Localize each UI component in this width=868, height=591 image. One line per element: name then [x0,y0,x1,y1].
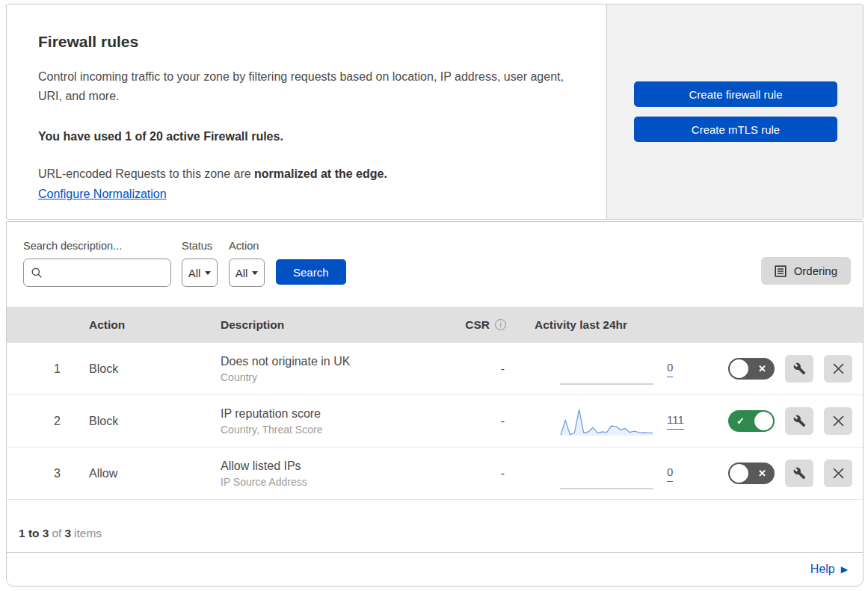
help-bar: Help ▶ [7,552,863,586]
delete-rule-button[interactable] [824,460,852,487]
rule-activity-cell: 111 [512,404,692,439]
activity-sparkline [560,352,653,386]
rules-card: Search description... Status All Action [6,221,864,587]
filter-bar: Search description... Status All Action [7,222,863,307]
toggle-knob [730,359,748,378]
pagination-items: items [74,527,102,540]
rule-description: Does not originate in UK [221,355,457,368]
page-title: Firewall rules [38,33,576,51]
rule-enabled-toggle[interactable]: ✕ [728,358,775,380]
configure-normalization-link[interactable]: Configure Normalization [38,188,167,201]
action-label: Action [229,240,265,252]
rule-description: Allow listed IPs [221,460,457,473]
rule-description-cell: IP reputation score Country, Threat Scor… [210,407,457,436]
action-dropdown[interactable]: All [229,259,265,287]
firewall-rules-page: Firewall rules Control incoming traffic … [0,0,868,591]
info-icon[interactable]: i [495,319,506,330]
rule-fields: Country, Threat Score [221,424,457,436]
chevron-down-icon [205,271,211,275]
rule-controls: ✕ [692,460,863,487]
wrench-icon [793,467,806,480]
header-card: Firewall rules Control incoming traffic … [6,4,864,220]
search-label: Search description... [23,240,171,252]
column-csr: CSR i [457,318,512,332]
rule-priority: 2 [7,415,79,428]
activity-sparkline [560,457,653,491]
create-firewall-rule-button[interactable]: Create firewall rule [634,81,837,107]
rule-priority: 3 [7,467,79,480]
pagination-range: 1 to 3 [19,527,49,540]
rule-controls: ✓ [692,407,863,435]
ordering-button[interactable]: Ordering [761,257,851,285]
rule-csr-value: - [457,467,512,480]
rule-activity-cell: 0 [512,457,692,491]
normalization-note: URL-encoded Requests to this zone are no… [38,167,576,181]
rule-csr-value: - [457,362,512,376]
normalization-text: URL-encoded Requests to this zone are [38,167,251,180]
status-label: Status [182,240,218,252]
activity-sparkline [560,404,653,439]
toggle-knob [754,412,773,430]
edit-rule-button[interactable] [785,407,813,435]
rule-description: IP reputation score [221,407,457,421]
page-description: Control incoming traffic to your zone by… [38,67,569,106]
search-input[interactable] [47,267,164,279]
rule-controls: ✕ [692,355,863,383]
search-button[interactable]: Search [276,259,346,285]
toggle-knob [730,464,748,483]
toggle-state-icon: ✕ [758,462,766,484]
action-dropdown-value: All [236,267,248,279]
rule-fields: Country [221,371,457,383]
activity-count-link[interactable]: 111 [667,413,684,430]
table-row: 1 Block Does not originate in UK Country… [7,342,863,394]
rule-description-cell: Allow listed IPs IP Source Address [210,460,457,488]
help-link-label: Help [810,563,835,576]
x-icon [833,468,844,479]
rule-fields: IP Source Address [221,476,457,488]
column-action: Action [79,318,210,332]
toggle-state-icon: ✓ [736,410,745,432]
normalization-bold: normalized at the edge. [254,167,387,180]
x-icon [833,415,844,427]
search-box[interactable] [23,259,171,287]
pagination-total: 3 [64,527,71,540]
status-dropdown[interactable]: All [182,259,218,287]
rule-description-cell: Does not originate in UK Country [210,355,457,383]
rule-enabled-toggle[interactable]: ✕ [728,462,775,484]
table-row: 2 Block IP reputation score Country, Thr… [7,394,863,447]
usage-summary: You have used 1 of 20 active Firewall ru… [38,130,576,143]
delete-rule-button[interactable] [824,355,852,383]
rule-csr-value: - [457,415,512,428]
pagination-of: of [52,527,61,540]
edit-rule-button[interactable] [785,355,813,383]
create-mtls-rule-button[interactable]: Create mTLS rule [634,117,837,142]
status-dropdown-value: All [188,267,201,279]
rule-priority: 1 [7,362,79,376]
edit-rule-button[interactable] [785,460,813,487]
help-link[interactable]: Help ▶ [810,563,848,576]
intro-section: Firewall rules Control incoming traffic … [7,4,606,219]
table-header: Action Description CSR i Activity last 2… [7,307,863,342]
chevron-down-icon [252,271,258,275]
column-description: Description [210,318,457,332]
table-row: 3 Allow Allow listed IPs IP Source Addre… [7,447,863,499]
ordering-list-icon [775,265,787,277]
wrench-icon [793,362,806,375]
delete-rule-button[interactable] [824,407,852,435]
action-group: Action All [229,240,265,287]
rule-activity-cell: 0 [512,352,692,386]
actions-panel: Create firewall rule Create mTLS rule [606,4,863,219]
toggle-state-icon: ✕ [758,358,766,380]
pagination-summary: 1 to 3 of 3 items [7,499,863,552]
arrow-right-icon: ▶ [841,565,848,574]
column-csr-label: CSR [465,318,490,332]
rule-action: Block [79,415,210,428]
activity-count-link[interactable]: 0 [667,465,673,482]
status-group: Status All [182,240,218,287]
activity-count-link[interactable]: 0 [667,361,673,377]
x-icon [833,363,844,374]
rule-action: Allow [79,467,210,480]
rule-enabled-toggle[interactable]: ✓ [728,410,775,432]
table-body: 1 Block Does not originate in UK Country… [7,342,863,499]
ordering-button-label: Ordering [794,264,837,277]
